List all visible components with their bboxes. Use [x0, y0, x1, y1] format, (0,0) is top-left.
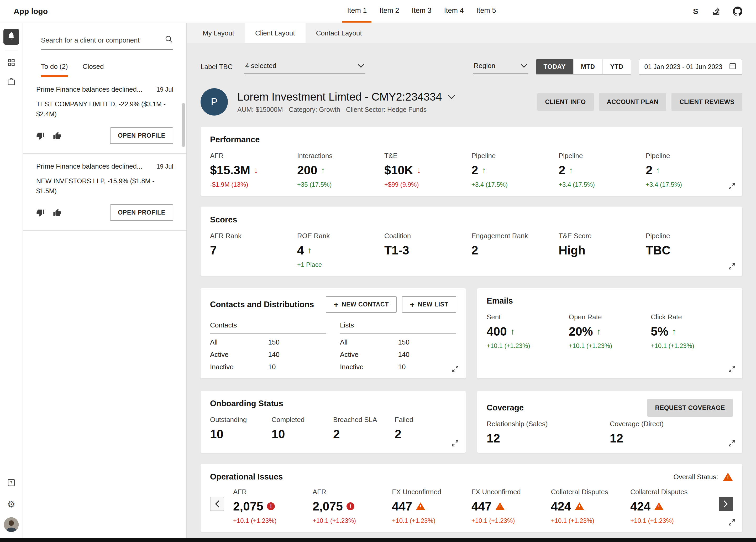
- cards-row-2: Onboarding Status Outstanding 10 Complet…: [201, 391, 742, 453]
- top-nav: Item 1 Item 2 Item 3 Item 4 Item 5: [152, 0, 691, 23]
- chevron-down-icon[interactable]: [448, 92, 455, 102]
- expand-icon[interactable]: [728, 182, 736, 190]
- list-item: Inactive10: [340, 363, 456, 371]
- metric-op-afr-1: AFR 2,075 +10.1 (+1.23%): [233, 488, 313, 524]
- filter-row: Label TBC 4 selected Region TODAY MTD: [201, 59, 742, 75]
- metric-te: T&E $10K↓ +$99 (9.9%): [384, 152, 471, 188]
- expand-icon[interactable]: [728, 262, 736, 270]
- card-title: Performance: [210, 135, 733, 144]
- topbar: App logo Item 1 Item 2 Item 3 Item 4 Ite…: [0, 0, 756, 23]
- period-mtd[interactable]: MTD: [574, 59, 603, 74]
- tab-closed[interactable]: Closed: [83, 62, 104, 77]
- prev-button[interactable]: [210, 497, 224, 511]
- card-title: Emails: [487, 296, 733, 306]
- metric-afr: AFR $15.3M↓ -$1.9M (13%): [210, 152, 297, 188]
- s-icon[interactable]: S: [691, 7, 700, 16]
- layout-tabs: My Layout Client Layout Contact Layout: [187, 23, 756, 43]
- search-input[interactable]: [41, 36, 160, 44]
- new-list-button[interactable]: NEW LIST: [402, 296, 456, 313]
- chevron-down-icon: [521, 62, 527, 70]
- metric-op-fx-2: FX Unconfirmed 447 +10.1 (+1.23%): [471, 488, 551, 524]
- metric-open-rate: Open Rate 20%↑ +10.1 (+1.23%): [569, 313, 651, 350]
- card-title: Onboarding Status: [210, 399, 456, 408]
- trend-arrow-icon: ↑: [672, 327, 676, 337]
- list-item: Active140: [340, 351, 456, 359]
- account-plan-button[interactable]: ACCOUNT PLAN: [599, 93, 666, 111]
- emails-card: Emails Sent 400↑ +10.1 (+1.23%) Open Rat…: [477, 288, 742, 379]
- todo-card-1: Prime Finance balances declined... 19 Ju…: [23, 77, 186, 154]
- client-header: P Lorem Investment Limted - CMY2:234334 …: [201, 88, 742, 115]
- trend-arrow-icon: ↓: [254, 165, 258, 175]
- nav-item-1[interactable]: Item 1: [342, 0, 371, 23]
- next-button[interactable]: [719, 497, 733, 511]
- error-icon: [267, 502, 275, 510]
- expand-icon[interactable]: [728, 365, 736, 373]
- date-range-picker[interactable]: 01 Jan 2023 - 01 Jun 2023: [639, 59, 742, 75]
- expand-icon[interactable]: [728, 439, 736, 448]
- operational-issues-card: Operational Issues Overall Status: AFR 2…: [201, 464, 742, 532]
- expand-icon[interactable]: [451, 439, 459, 448]
- expand-icon[interactable]: [451, 365, 459, 373]
- github-icon[interactable]: [733, 7, 742, 16]
- rail-item-help[interactable]: ?: [3, 476, 19, 492]
- lists-group: Lists All150 Active140 Inactive10: [340, 321, 456, 371]
- thumb-up-icon[interactable]: [53, 208, 61, 217]
- app-window: App logo Item 1 Item 2 Item 3 Item 4 Ite…: [0, 0, 756, 542]
- metric-sent: Sent 400↑ +10.1 (+1.23%): [487, 313, 569, 350]
- card-title: Scores: [210, 215, 733, 224]
- tab-my-layout[interactable]: My Layout: [192, 23, 245, 43]
- tab-contact-layout[interactable]: Contact Layout: [306, 23, 372, 43]
- client-name: Lorem Investment Limted - CMY2:234334: [237, 91, 442, 103]
- multiselect-value: 4 selected: [245, 62, 276, 70]
- metric-failed: Failed 2: [395, 416, 456, 441]
- user-avatar[interactable]: [3, 517, 19, 533]
- client-search: [41, 35, 173, 50]
- nav-item-3[interactable]: Item 3: [407, 0, 436, 23]
- metric-op-fx-1: FX Unconfirmed 447 +10.1 (+1.23%): [392, 488, 471, 524]
- card-title: Contacts and Distributions: [210, 300, 314, 309]
- open-profile-button[interactable]: OPEN PROFILE: [110, 127, 173, 144]
- nav-item-4[interactable]: Item 4: [439, 0, 469, 23]
- scrollbar-thumb[interactable]: [182, 103, 185, 147]
- client-actions: CLIENT INFO ACCOUNT PLAN CLIENT REVIEWS: [537, 93, 742, 111]
- region-value: Region: [474, 62, 495, 70]
- warning-icon: [654, 502, 664, 510]
- label-multiselect[interactable]: 4 selected: [244, 60, 365, 74]
- nav-item-2[interactable]: Item 2: [375, 0, 404, 23]
- metric-pipeline-score: Pipeline TBC: [646, 232, 733, 268]
- thumb-down-icon[interactable]: [36, 131, 45, 140]
- period-toggle: TODAY MTD YTD: [536, 59, 631, 75]
- metric-coalition: Coalition T1-3: [384, 232, 471, 268]
- client-reviews-button[interactable]: CLIENT REVIEWS: [671, 93, 742, 111]
- tab-client-layout[interactable]: Client Layout: [245, 23, 306, 43]
- rail-divider: [5, 50, 18, 50]
- search-icon[interactable]: [164, 35, 173, 46]
- region-select[interactable]: Region: [473, 60, 528, 74]
- tab-todo[interactable]: To do (2): [41, 62, 68, 77]
- thumb-up-icon[interactable]: [53, 131, 61, 140]
- new-contact-button[interactable]: NEW CONTACT: [326, 296, 397, 313]
- list-item: All150: [210, 338, 326, 346]
- metric-click-rate: Click Rate 5%↑ +10.1 (+1.23%): [651, 313, 733, 350]
- rail-item-apps[interactable]: [3, 56, 19, 71]
- period-today[interactable]: TODAY: [536, 59, 574, 74]
- date-range-value: 01 Jan 2023 - 01 Jun 2023: [644, 63, 722, 71]
- client-info-button[interactable]: CLIENT INFO: [537, 93, 594, 111]
- rail-item-settings[interactable]: ⚙: [3, 496, 19, 512]
- chevron-down-icon: [358, 62, 364, 70]
- period-ytd[interactable]: YTD: [603, 59, 631, 74]
- filter-label: Label TBC: [201, 63, 233, 71]
- svg-text:?: ?: [10, 481, 13, 485]
- metric-op-collateral-2: Collateral Disputes 424 +10.1 (+1.23%): [630, 488, 710, 524]
- contacts-distributions-card: Contacts and Distributions NEW CONTACT N…: [201, 288, 466, 379]
- request-coverage-button[interactable]: REQUEST COVERAGE: [647, 399, 733, 417]
- nav-item-5[interactable]: Item 5: [472, 0, 501, 23]
- rail-top: [3, 29, 19, 476]
- open-profile-button[interactable]: OPEN PROFILE: [110, 204, 173, 221]
- metric-breached-sla: Breached SLA 2: [333, 416, 395, 441]
- rail-item-notifications[interactable]: [3, 29, 19, 45]
- rail-item-work[interactable]: [3, 75, 19, 91]
- thumb-down-icon[interactable]: [36, 208, 45, 217]
- expand-icon[interactable]: [728, 518, 736, 527]
- stackoverflow-icon[interactable]: [712, 7, 721, 16]
